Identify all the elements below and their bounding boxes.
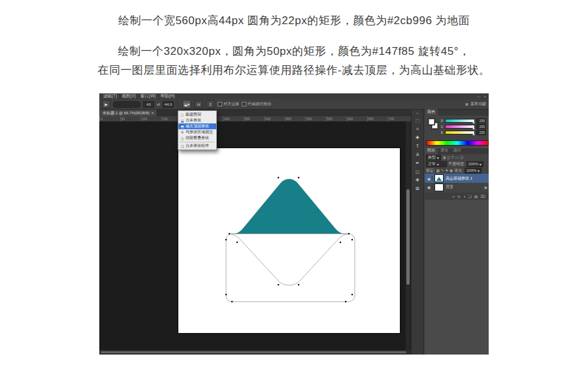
layer-row-background[interactable]: ◉ 背景 ▣: [425, 183, 489, 191]
layer-style-icon[interactable]: fx: [457, 195, 461, 198]
layer-thumbnail[interactable]: [434, 183, 444, 191]
layer-name[interactable]: 背景: [446, 184, 453, 190]
path-selection-icon[interactable]: A: [413, 150, 422, 159]
lock-all-icon[interactable]: ▣: [449, 168, 453, 172]
filter-shape-icon[interactable]: ▭: [455, 155, 458, 159]
link-layers-icon[interactable]: ∞: [452, 195, 455, 198]
blue-slider[interactable]: B 255: [440, 129, 486, 135]
menu-item-new-layer[interactable]: ▢ 新建图层: [178, 112, 216, 118]
fill-value[interactable]: 100% ▾: [465, 168, 482, 174]
red-value[interactable]: 255: [476, 118, 486, 123]
layer-row-mountain[interactable]: ◉ 高山基础形状 1: [425, 174, 489, 183]
layer-name[interactable]: 高山基础形状 1: [446, 176, 472, 182]
workspace-switcher[interactable]: ≣ 基本功能: [465, 101, 486, 107]
green-slider-track[interactable]: [445, 125, 475, 129]
hand-tool-icon[interactable]: ✥: [413, 176, 422, 184]
instruction-line-1: 绘制一个宽560px高44px 圆角为22px的矩形，颜色为#2cb996 为地…: [0, 13, 588, 28]
blue-value[interactable]: 255: [476, 130, 486, 135]
menu-window[interactable]: 窗口(W): [140, 93, 155, 99]
eyedropper-icon[interactable]: ✧: [413, 125, 422, 133]
rounded-rect-path[interactable]: [226, 234, 355, 302]
filter-adjustment-icon[interactable]: ◫: [447, 155, 450, 159]
lock-row: 锁定: ▦ ✎ ✥ ▣ 填充: 100% ▾: [425, 167, 489, 174]
tab-close-icon[interactable]: ×: [152, 111, 154, 115]
height-field[interactable]: 44.0: [163, 101, 174, 108]
fill-label: 填充:: [454, 168, 463, 174]
layers-bottom-bar: ∞ fx ◑ ❏ ▤ ⌦: [425, 193, 489, 200]
tab-layers[interactable]: 图层: [425, 147, 438, 154]
menu-item-unite-shapes[interactable]: ⬓ 合并形状: [178, 118, 216, 123]
close-icon[interactable]: ×: [483, 95, 486, 99]
path-arrangement-button[interactable]: ≡: [206, 100, 215, 108]
blend-mode-dropdown[interactable]: 正常 ▾: [426, 161, 447, 167]
delete-layer-icon[interactable]: ⌦: [481, 194, 486, 198]
tool-preset-dropdown[interactable]: [113, 101, 140, 108]
current-tool-icon[interactable]: ▶: [102, 100, 110, 108]
tab-channels[interactable]: 通道: [438, 147, 451, 154]
path-alignment-button[interactable]: ⊟: [194, 100, 203, 108]
filter-kind-dropdown[interactable]: 类型 ▾: [426, 155, 441, 161]
shape-tool-icon[interactable]: ◻: [413, 167, 422, 176]
panel-collapse-icon[interactable]: «: [416, 111, 418, 116]
menu-item-subtract-front-shape[interactable]: ⬒ 减去顶层形状: [178, 123, 216, 129]
diamond-lower-path[interactable]: [229, 234, 349, 285]
menu-filter[interactable]: 滤镜(T): [103, 93, 117, 99]
blue-slider-track[interactable]: [445, 131, 475, 135]
opacity-value[interactable]: 100% ▾: [466, 161, 483, 167]
filter-type-icon[interactable]: T: [451, 155, 453, 159]
green-value[interactable]: 255: [476, 124, 486, 129]
filter-smart-object-icon[interactable]: ❏: [460, 155, 463, 159]
red-slider-label: R: [440, 119, 444, 123]
ruler-tick: 400: [264, 116, 285, 121]
lock-move-icon[interactable]: ✥: [445, 168, 448, 172]
lock-transparent-icon[interactable]: ▦: [436, 168, 440, 172]
path-operations-button[interactable]: ⬓▾: [182, 100, 191, 108]
red-slider-track[interactable]: [445, 119, 475, 123]
color-panel: 颜色 R 255 G 255 B: [425, 110, 489, 147]
artboard[interactable]: [178, 148, 400, 333]
pen-tool-icon[interactable]: ✒: [413, 159, 422, 167]
canvas-area[interactable]: [99, 121, 411, 350]
workspace-label: 基本功能: [470, 101, 486, 107]
menu-item-merge-shape-components[interactable]: ❏ 合并形状组件: [178, 143, 216, 149]
green-slider[interactable]: G 255: [440, 123, 486, 129]
zoom-tool-icon[interactable]: ⊠: [413, 184, 422, 193]
foreground-color-swatch[interactable]: [428, 118, 435, 125]
document-tab[interactable]: 未标题-1 @ 66.7%(RGB/8) ×: [99, 110, 157, 116]
lock-label: 锁定:: [426, 168, 435, 174]
layer-mask-icon[interactable]: ❏: [468, 194, 471, 198]
new-layer-icon[interactable]: ▤: [474, 194, 478, 198]
slider-handle-icon[interactable]: [472, 121, 475, 123]
slider-handle-icon[interactable]: [472, 127, 475, 129]
mountain-shape[interactable]: [229, 179, 349, 234]
tab-paths[interactable]: 路径: [451, 147, 464, 154]
menu-view[interactable]: 视图(V): [122, 93, 136, 99]
adjustment-layer-icon[interactable]: ◑: [463, 195, 466, 198]
options-separator: [178, 101, 178, 108]
constrain-path-checkbox[interactable]: 约束路径拖动: [242, 101, 271, 107]
menu-help[interactable]: 帮助(H): [160, 93, 174, 99]
ruler-tick: 350: [244, 116, 265, 121]
link-dimensions-icon[interactable]: ⇄: [157, 102, 160, 106]
menu-item-exclude-shapes[interactable]: ◫ 排除重叠形状: [178, 135, 216, 141]
eye-icon[interactable]: ◉: [426, 185, 433, 189]
vertical-scrollbar-thumb[interactable]: [406, 189, 410, 285]
menu-item-intersect-shapes[interactable]: ⧉ 与形状区域相交: [178, 129, 216, 135]
subtract-front-icon: ⬒: [180, 125, 184, 129]
crop-icon[interactable]: ⬚: [413, 116, 422, 125]
slider-handle-icon[interactable]: [472, 133, 475, 135]
red-slider[interactable]: R 255: [440, 118, 486, 123]
lock-paint-icon[interactable]: ✎: [441, 168, 444, 172]
filter-pixel-icon[interactable]: ◨: [442, 155, 446, 159]
eye-icon[interactable]: ◉: [426, 176, 433, 181]
type-tool-icon[interactable]: T: [413, 142, 422, 150]
align-edges-checkbox[interactable]: 对齐边缘: [218, 101, 239, 107]
layer-thumbnail[interactable]: [434, 174, 444, 182]
color-spectrum-ramp[interactable]: [426, 140, 489, 146]
width-field[interactable]: 40: [143, 101, 154, 108]
minimize-icon[interactable]: —: [476, 95, 480, 99]
healing-brush-icon[interactable]: ✚: [413, 133, 422, 142]
tab-color[interactable]: 颜色: [425, 108, 438, 116]
layers-panel: 图层 通道 路径 类型 ▾ ◨ ◫ T ▭ ❏ 正常 ▾ 不透明度: 100% …: [425, 148, 489, 200]
horizontal-scrollbar-thumb[interactable]: [101, 351, 406, 353]
